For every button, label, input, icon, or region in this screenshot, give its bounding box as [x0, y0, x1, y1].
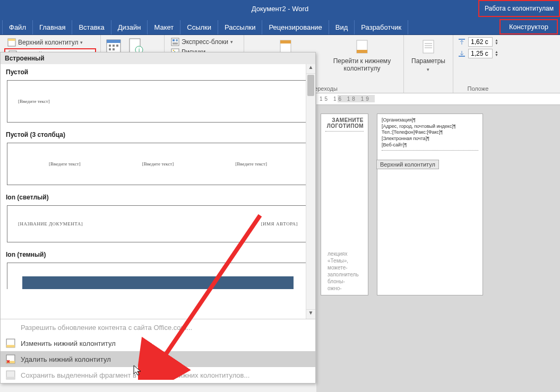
horizontal-ruler[interactable]: 15 16 18 19: [316, 93, 560, 105]
svg-rect-8: [116, 45, 118, 47]
svg-rect-25: [423, 40, 434, 53]
edit-footer-icon: [6, 338, 15, 348]
scroll-up-arrow[interactable]: ▲: [306, 64, 315, 74]
gallery-item-title: Ion (светлый): [1, 189, 315, 203]
tab-insert[interactable]: Вставка: [72, 20, 111, 34]
svg-rect-5: [107, 40, 120, 43]
tab-mailings[interactable]: Рассылки: [218, 20, 262, 34]
gallery-item-ion-light[interactable]: [НАЗВАНИЕ ДОКУМЕНТА] [ИМЯ АВТОРА]: [7, 205, 309, 242]
chevron-down-icon: ▾: [80, 40, 83, 45]
svg-rect-32: [6, 345, 15, 347]
footer-distance-spinner[interactable]: 1,25 с ▲▼: [458, 49, 498, 58]
quick-parts-button[interactable]: Экспресс-блоки ▾: [169, 37, 239, 47]
header-icon: [7, 38, 16, 47]
header-content-line: [Адрес, город, почтовый индекс]¶: [382, 124, 478, 130]
menu-save-selection: Сохранить выделенный фрагмент в коллекци…: [1, 367, 315, 383]
contextual-tab-title: Работа с колонтитулам: [478, 0, 560, 17]
svg-rect-38: [6, 377, 15, 379]
gallery-item-empty[interactable]: [Введите текст]: [7, 80, 309, 123]
tab-layout[interactable]: Макет: [148, 20, 180, 34]
header-dropdown-button[interactable]: Верхний колонтитул ▾: [4, 37, 96, 48]
menu-delete-footer[interactable]: Удалить нижний колонтитул: [1, 351, 315, 367]
header-distance-spinner[interactable]: 1,62 с ▲▼: [458, 37, 498, 47]
menu-edit-footer[interactable]: Изменить нижний колонтитул: [1, 335, 315, 351]
gallery-bottom-menu: Разрешить обновление контента с сайта Of…: [1, 319, 315, 383]
document-area: 15 16 18 19 ЗАМЕНИТЕ ЛОГОТИПОМ лекциях «…: [316, 93, 560, 392]
chevron-down-icon: ▾: [427, 67, 429, 72]
tab-view[interactable]: Вид: [329, 20, 355, 34]
blank-icon: [6, 323, 15, 332]
tab-home[interactable]: Главная: [33, 20, 72, 34]
footer-gallery-dropdown: Встроенный Пустой [Введите текст] Пустой…: [0, 52, 316, 384]
body-text-fragment: лекциях «Темы», можете- заполнитель блон…: [325, 250, 364, 292]
go-to-footer-button[interactable]: Перейти к нижнему колонтитулу: [325, 37, 399, 73]
options-icon: [420, 38, 437, 55]
svg-rect-6: [109, 45, 111, 47]
gallery-scroll-area: Пустой [Введите текст] Пустой (3 столбца…: [1, 64, 315, 319]
ribbon-group-options: Параметры ▾: [404, 35, 453, 93]
options-button[interactable]: Параметры ▾: [408, 37, 449, 73]
header-content-line: [Электронная почта]¶: [382, 136, 478, 142]
vertical-top-icon: [458, 38, 466, 46]
gallery-item-title: Ion (темный): [1, 247, 315, 260]
ribbon-group-position: 1,62 с ▲▼ 1,25 с ▲▼ Положе: [453, 35, 503, 93]
tab-design[interactable]: Дизайн: [111, 20, 148, 34]
gallery-category-header: Встроенный: [1, 53, 315, 64]
vertical-bottom-icon: [458, 49, 466, 58]
gallery-item-title: Пустой: [1, 64, 315, 78]
tab-references[interactable]: Ссылки: [180, 20, 218, 34]
svg-rect-15: [173, 39, 175, 41]
svg-rect-7: [113, 45, 115, 47]
scroll-thumb[interactable]: [307, 75, 314, 96]
page-preview-right[interactable]: [Организация]¶ [Адрес, город, почтовый и…: [377, 114, 483, 295]
page-preview-left[interactable]: ЗАМЕНИТЕ ЛОГОТИПОМ лекциях «Темы», может…: [321, 114, 368, 295]
tab-file[interactable]: Файл: [2, 20, 33, 34]
svg-rect-17: [173, 42, 178, 45]
svg-rect-16: [176, 39, 178, 41]
tab-review[interactable]: Рецензирование: [262, 20, 329, 34]
header-content-line: Тел.:[Телефон]Факс:[Факс]¶: [382, 129, 478, 136]
gallery-item-title: Пустой (3 столбца): [1, 127, 315, 141]
svg-rect-9: [109, 48, 111, 50]
header-label: Верхний колонтитул: [18, 39, 78, 46]
svg-point-20: [173, 50, 174, 51]
header-content-line: [Организация]¶: [382, 117, 478, 124]
tab-developer[interactable]: Разработчик: [355, 20, 408, 34]
save-selection-icon: [6, 370, 15, 380]
svg-rect-22: [280, 40, 291, 43]
quick-parts-icon: [171, 38, 179, 46]
svg-rect-24: [357, 50, 367, 53]
menu-allow-office-update: Разрешить обновление контента с сайта Of…: [1, 319, 315, 335]
delete-footer-icon: [6, 354, 15, 364]
gallery-item-ion-dark[interactable]: [7, 263, 309, 289]
svg-rect-1: [8, 39, 15, 41]
header-content-line: [Веб-сайт]¶: [382, 142, 478, 149]
scroll-down-arrow[interactable]: ▼: [306, 309, 315, 319]
svg-rect-10: [113, 48, 115, 50]
ribbon-group-label: Положе: [458, 84, 498, 92]
gallery-scrollbar[interactable]: ▲ ▼: [306, 64, 315, 319]
header-section-tag: Верхний колонтитул: [376, 160, 439, 169]
chevron-down-icon: ▾: [230, 39, 233, 45]
tab-constructor[interactable]: Конструктор: [499, 19, 558, 34]
title-bar: Документ2 - Word Работа с колонтитулам: [0, 0, 560, 17]
app-title: Документ2 - Word: [252, 5, 308, 13]
ribbon-tabs: Файл Главная Вставка Дизайн Макет Ссылки…: [0, 17, 560, 35]
gallery-item-empty-3col[interactable]: [Введите текст] [Введите текст] [Введите…: [7, 143, 309, 185]
ribbon-group-label: [408, 84, 449, 92]
go-footer-icon: [354, 38, 371, 55]
